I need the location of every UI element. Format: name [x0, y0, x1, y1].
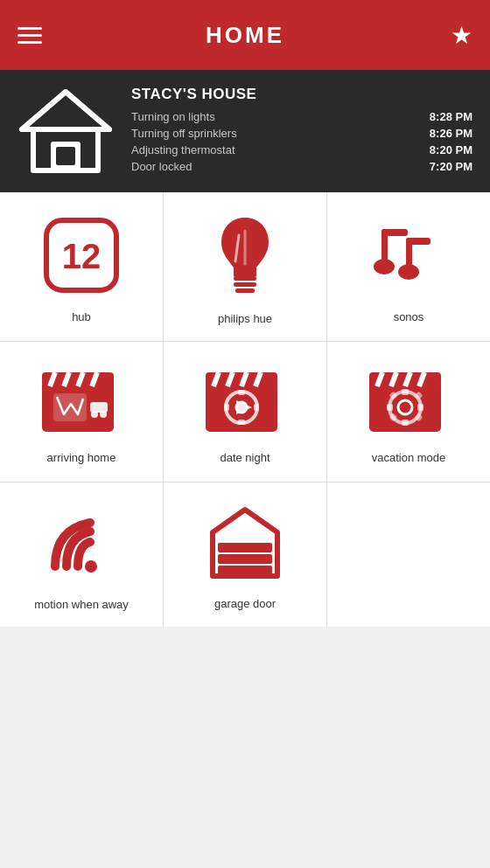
grid-cell-hub[interactable]: 12 hub [0, 192, 163, 341]
grid-cell-philips-hue[interactable]: philips hue [164, 192, 326, 341]
svg-point-26 [100, 411, 107, 418]
svg-text:12: 12 [62, 237, 102, 275]
activity-label-0: Turning on lights [131, 110, 215, 123]
svg-rect-38 [224, 404, 229, 411]
grid-cell-date-night[interactable]: date night [164, 342, 326, 482]
svg-rect-37 [238, 420, 245, 425]
house-icon [18, 87, 114, 175]
hub-label: hub [72, 310, 91, 323]
grid-cell-sonos[interactable]: sonos [327, 192, 490, 341]
garage-icon [206, 504, 284, 585]
grid-cell-motion-when-away[interactable]: motion when away [0, 483, 163, 627]
house-info: STACY'S HOUSE Turning on lights 8:28 PM … [131, 86, 472, 177]
svg-rect-3 [56, 147, 75, 165]
svg-rect-15 [406, 238, 430, 245]
svg-rect-36 [238, 390, 245, 395]
svg-rect-23 [53, 393, 87, 421]
svg-rect-59 [218, 566, 272, 574]
svg-rect-51 [417, 404, 424, 411]
music-icon [369, 216, 448, 298]
grid-cell-arriving-home[interactable]: arriving home [0, 342, 163, 482]
svg-rect-48 [402, 389, 409, 395]
svg-marker-1 [22, 92, 109, 129]
app-grid: 12 hub philips hue [0, 192, 490, 627]
svg-point-25 [91, 411, 98, 418]
sonos-label: sonos [394, 310, 424, 323]
app-title: HOME [206, 22, 284, 49]
activity-row-3: Door locked 7:20 PM [131, 160, 472, 173]
arriving-home-icon [38, 365, 125, 439]
house-name: STACY'S HOUSE [131, 86, 472, 103]
activity-time-2: 8:20 PM [430, 143, 472, 156]
garage-door-label: garage door [214, 597, 276, 610]
hamburger-menu-button[interactable] [18, 27, 42, 44]
activity-row-0: Turning on lights 8:28 PM [131, 110, 472, 123]
grid-cell-vacation-mode[interactable]: vacation mode [327, 342, 490, 482]
activity-time-1: 8:26 PM [430, 127, 472, 140]
svg-rect-57 [218, 543, 272, 552]
grid-cell-garage-door[interactable]: garage door [164, 483, 326, 627]
svg-point-56 [85, 560, 97, 573]
svg-rect-12 [382, 229, 408, 236]
hub-icon: 12 [42, 216, 121, 298]
activity-row-2: Adjusting thermostat 8:20 PM [131, 143, 472, 156]
svg-rect-50 [387, 404, 393, 411]
svg-rect-49 [402, 420, 409, 426]
activity-label-3: Door locked [131, 160, 192, 173]
vacation-mode-icon [365, 365, 452, 439]
activity-row-1: Turning off sprinklers 8:26 PM [131, 127, 472, 140]
philips-hue-label: philips hue [218, 312, 272, 325]
grid-cell-empty [327, 483, 490, 627]
motion-icon [42, 503, 121, 586]
svg-rect-6 [234, 276, 256, 281]
bulb-icon [214, 213, 276, 300]
svg-rect-39 [254, 404, 259, 411]
activity-time-0: 8:28 PM [430, 110, 472, 123]
activity-label-2: Adjusting thermostat [131, 143, 235, 156]
favorite-button[interactable]: ★ [451, 21, 472, 50]
motion-when-away-label: motion when away [34, 598, 129, 611]
svg-point-16 [398, 264, 419, 280]
house-panel: STACY'S HOUSE Turning on lights 8:28 PM … [0, 70, 490, 192]
date-night-icon [201, 365, 289, 439]
svg-rect-24 [90, 402, 108, 413]
svg-point-13 [374, 259, 395, 274]
date-night-label: date night [220, 451, 270, 464]
activity-label-1: Turning off sprinklers [131, 127, 237, 140]
app-header: HOME ★ [0, 0, 490, 70]
svg-rect-8 [235, 288, 255, 293]
svg-rect-7 [234, 282, 256, 287]
activity-time-3: 7:20 PM [430, 160, 472, 173]
svg-rect-58 [218, 554, 272, 564]
arriving-home-label: arriving home [47, 451, 116, 464]
vacation-mode-label: vacation mode [372, 451, 446, 464]
